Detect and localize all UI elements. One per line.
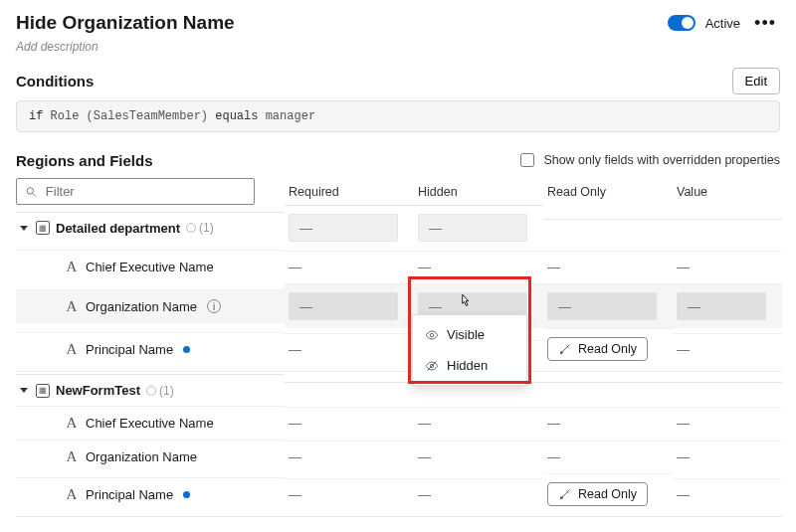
text-field-icon: A [64,298,80,315]
dropdown-option-visible[interactable]: Visible [413,319,526,350]
required-cell[interactable]: — [289,416,301,431]
hidden-cell[interactable]: — [418,260,431,274]
condition-expression: if Role (SalesTeamMember) equals manager [16,100,780,132]
field-row[interactable]: A Organization Name [16,440,285,473]
edit-conditions-button[interactable]: Edit [732,68,780,94]
override-dot-icon [183,491,190,498]
region-icon: ▦ [36,221,50,235]
text-field-icon: A [64,448,80,465]
required-cell[interactable]: — [289,487,301,502]
svg-point-0 [27,187,33,193]
filter-input[interactable] [16,178,255,205]
value-cell[interactable]: — [677,260,690,274]
required-cell[interactable]: — [289,449,301,464]
value-cell[interactable]: — [677,416,690,431]
eye-off-icon [425,359,439,373]
field-row[interactable]: A Principal Name [16,477,285,511]
caret-down-icon [20,226,28,231]
hidden-cell[interactable]: — [418,416,431,431]
active-toggle[interactable] [668,15,696,31]
page-title: Hide Organization Name [16,12,235,34]
text-field-icon: A [64,341,80,358]
col-hidden: Hidden [414,179,543,205]
active-label: Active [705,16,740,31]
show-only-overridden-checkbox[interactable]: Show only fields with overridden propert… [516,150,780,170]
caret-down-icon [20,388,28,393]
col-readonly: Read Only [543,179,673,205]
regions-title: Regions and Fields [16,152,153,169]
required-cell[interactable]: — [289,292,398,320]
hidden-dropdown: Visible Hidden [412,314,527,386]
dropdown-option-hidden[interactable]: Hidden [413,350,526,381]
svg-point-2 [430,333,434,337]
info-icon[interactable]: i [207,299,221,313]
group-header[interactable]: ▦ NewFormTest (1) [16,374,285,406]
readonly-icon [558,487,572,501]
col-required: Required [285,179,414,205]
eye-icon [425,328,439,342]
svg-line-1 [33,193,36,196]
readonly-icon [558,342,572,356]
field-row[interactable]: A Organization Name i [16,289,285,323]
readonly-cell[interactable]: — [547,260,560,274]
col-value: Value [673,179,782,205]
value-cell[interactable]: — [677,449,690,464]
required-cell[interactable]: — [289,260,301,274]
override-count: (1) [146,384,174,398]
description-placeholder[interactable]: Add description [16,40,780,54]
more-menu-icon[interactable]: ••• [750,13,780,34]
field-row[interactable]: A Principal Name [16,332,285,366]
field-row[interactable]: A Chief Executive Name [16,250,285,283]
hidden-cell[interactable]: — [418,487,431,502]
conditions-title: Conditions [16,73,94,89]
readonly-cell[interactable]: — [547,292,657,320]
readonly-cell[interactable]: — [547,449,560,464]
search-icon [25,185,38,199]
text-field-icon: A [64,415,80,432]
text-field-icon: A [64,486,80,503]
region-icon: ▦ [36,384,50,398]
hidden-cell[interactable]: — [418,449,431,464]
value-cell[interactable]: — [677,292,766,320]
group-header[interactable]: ▦ Detailed department (1) [16,212,285,244]
override-dot-icon [183,346,190,353]
readonly-pill[interactable]: Read Only [547,337,648,361]
field-row[interactable]: A Chief Executive Name [16,406,285,440]
text-field-icon: A [64,259,80,275]
override-count: (1) [186,221,214,235]
hidden-cell[interactable]: — [418,214,527,242]
readonly-pill[interactable]: Read Only [547,482,648,506]
required-cell[interactable]: — [289,342,301,357]
value-cell[interactable]: — [677,487,690,502]
required-cell[interactable]: — [289,214,398,242]
readonly-cell[interactable]: — [547,416,560,431]
value-cell[interactable]: — [677,342,690,357]
